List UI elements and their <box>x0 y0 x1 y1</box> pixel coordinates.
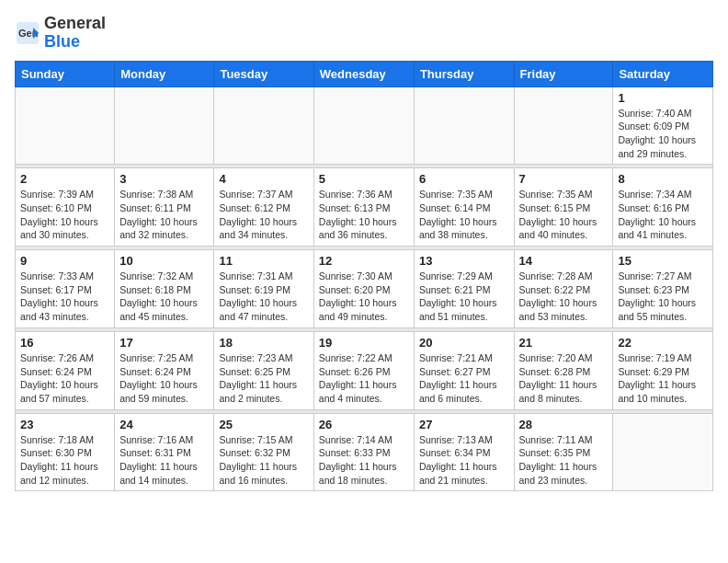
weekday-header-friday: Friday <box>514 61 613 86</box>
day-info: Sunrise: 7:19 AM Sunset: 6:29 PM Dayligh… <box>618 351 708 406</box>
week-row-2: 2Sunrise: 7:39 AM Sunset: 6:10 PM Daylig… <box>16 168 713 247</box>
calendar-cell: 18Sunrise: 7:23 AM Sunset: 6:25 PM Dayli… <box>214 331 313 409</box>
week-row-5: 23Sunrise: 7:18 AM Sunset: 6:30 PM Dayli… <box>16 413 713 491</box>
week-row-4: 16Sunrise: 7:26 AM Sunset: 6:24 PM Dayli… <box>16 331 713 409</box>
day-number: 19 <box>319 336 409 350</box>
day-number: 23 <box>20 418 109 431</box>
calendar-cell: 20Sunrise: 7:21 AM Sunset: 6:27 PM Dayli… <box>414 331 514 409</box>
calendar-cell: 24Sunrise: 7:16 AM Sunset: 6:31 PM Dayli… <box>115 413 214 491</box>
calendar-cell: 14Sunrise: 7:28 AM Sunset: 6:22 PM Dayli… <box>514 250 613 328</box>
logo: Gen General Blue <box>15 15 106 52</box>
day-number: 3 <box>119 172 209 186</box>
day-number: 22 <box>618 336 708 350</box>
day-number: 16 <box>20 336 109 350</box>
day-number: 13 <box>419 254 509 268</box>
calendar-cell <box>16 86 115 165</box>
calendar-cell <box>613 413 713 491</box>
calendar-cell: 11Sunrise: 7:31 AM Sunset: 6:19 PM Dayli… <box>214 250 313 328</box>
weekday-header-thursday: Thursday <box>414 61 514 86</box>
day-number: 21 <box>519 336 609 350</box>
calendar-cell: 13Sunrise: 7:29 AM Sunset: 6:21 PM Dayli… <box>414 250 514 328</box>
calendar-cell <box>514 86 613 165</box>
calendar-cell: 27Sunrise: 7:13 AM Sunset: 6:34 PM Dayli… <box>414 413 514 491</box>
calendar-cell: 4Sunrise: 7:37 AM Sunset: 6:12 PM Daylig… <box>214 168 313 247</box>
day-info: Sunrise: 7:29 AM Sunset: 6:21 PM Dayligh… <box>419 270 509 324</box>
day-info: Sunrise: 7:30 AM Sunset: 6:20 PM Dayligh… <box>319 270 409 324</box>
calendar-cell <box>313 86 414 165</box>
calendar-cell: 19Sunrise: 7:22 AM Sunset: 6:26 PM Dayli… <box>313 331 414 409</box>
week-row-3: 9Sunrise: 7:33 AM Sunset: 6:17 PM Daylig… <box>16 250 713 328</box>
weekday-header-sunday: Sunday <box>16 61 115 86</box>
calendar-cell: 16Sunrise: 7:26 AM Sunset: 6:24 PM Dayli… <box>16 331 115 409</box>
day-info: Sunrise: 7:35 AM Sunset: 6:14 PM Dayligh… <box>419 188 509 242</box>
day-number: 8 <box>618 172 708 186</box>
calendar-cell: 23Sunrise: 7:18 AM Sunset: 6:30 PM Dayli… <box>16 413 115 491</box>
day-number: 1 <box>618 91 708 105</box>
calendar-cell: 7Sunrise: 7:35 AM Sunset: 6:15 PM Daylig… <box>514 168 613 247</box>
day-info: Sunrise: 7:34 AM Sunset: 6:16 PM Dayligh… <box>618 188 708 242</box>
weekday-header-wednesday: Wednesday <box>313 61 414 86</box>
day-info: Sunrise: 7:28 AM Sunset: 6:22 PM Dayligh… <box>519 270 609 324</box>
weekday-header-monday: Monday <box>115 61 214 86</box>
day-number: 6 <box>419 172 509 186</box>
week-row-1: 1Sunrise: 7:40 AM Sunset: 6:09 PM Daylig… <box>16 86 713 165</box>
day-info: Sunrise: 7:33 AM Sunset: 6:17 PM Dayligh… <box>20 270 109 324</box>
day-number: 14 <box>519 254 609 268</box>
day-info: Sunrise: 7:26 AM Sunset: 6:24 PM Dayligh… <box>20 351 109 406</box>
day-number: 11 <box>219 254 308 268</box>
day-info: Sunrise: 7:22 AM Sunset: 6:26 PM Dayligh… <box>319 351 409 406</box>
day-info: Sunrise: 7:14 AM Sunset: 6:33 PM Dayligh… <box>319 433 409 488</box>
calendar-cell: 9Sunrise: 7:33 AM Sunset: 6:17 PM Daylig… <box>16 250 115 328</box>
day-number: 25 <box>219 418 308 431</box>
logo-icon: Gen <box>15 20 40 46</box>
day-info: Sunrise: 7:39 AM Sunset: 6:10 PM Dayligh… <box>20 188 109 242</box>
calendar-cell: 12Sunrise: 7:30 AM Sunset: 6:20 PM Dayli… <box>313 250 414 328</box>
day-number: 26 <box>319 418 409 431</box>
day-number: 27 <box>419 418 509 431</box>
day-number: 4 <box>219 172 308 186</box>
day-info: Sunrise: 7:16 AM Sunset: 6:31 PM Dayligh… <box>119 433 209 488</box>
day-number: 7 <box>519 172 609 186</box>
calendar-cell: 1Sunrise: 7:40 AM Sunset: 6:09 PM Daylig… <box>613 86 713 165</box>
day-info: Sunrise: 7:11 AM Sunset: 6:35 PM Dayligh… <box>519 433 609 488</box>
day-number: 18 <box>219 336 308 350</box>
day-info: Sunrise: 7:40 AM Sunset: 6:09 PM Dayligh… <box>618 107 708 161</box>
day-info: Sunrise: 7:38 AM Sunset: 6:11 PM Dayligh… <box>119 188 209 242</box>
day-info: Sunrise: 7:15 AM Sunset: 6:32 PM Dayligh… <box>219 433 308 488</box>
calendar-cell: 2Sunrise: 7:39 AM Sunset: 6:10 PM Daylig… <box>16 168 115 247</box>
calendar-cell: 8Sunrise: 7:34 AM Sunset: 6:16 PM Daylig… <box>613 168 713 247</box>
day-info: Sunrise: 7:27 AM Sunset: 6:23 PM Dayligh… <box>618 270 708 324</box>
day-info: Sunrise: 7:32 AM Sunset: 6:18 PM Dayligh… <box>119 270 209 324</box>
day-info: Sunrise: 7:21 AM Sunset: 6:27 PM Dayligh… <box>419 351 509 406</box>
day-number: 10 <box>119 254 209 268</box>
day-info: Sunrise: 7:35 AM Sunset: 6:15 PM Dayligh… <box>519 188 609 242</box>
calendar-cell: 3Sunrise: 7:38 AM Sunset: 6:11 PM Daylig… <box>115 168 214 247</box>
day-number: 2 <box>20 172 109 186</box>
calendar-cell: 28Sunrise: 7:11 AM Sunset: 6:35 PM Dayli… <box>514 413 613 491</box>
calendar-cell: 6Sunrise: 7:35 AM Sunset: 6:14 PM Daylig… <box>414 168 514 247</box>
calendar-cell: 22Sunrise: 7:19 AM Sunset: 6:29 PM Dayli… <box>613 331 713 409</box>
calendar-cell <box>115 86 214 165</box>
calendar-table: SundayMondayTuesdayWednesdayThursdayFrid… <box>15 61 713 492</box>
day-number: 9 <box>20 254 109 268</box>
calendar-cell <box>414 86 514 165</box>
day-info: Sunrise: 7:20 AM Sunset: 6:28 PM Dayligh… <box>519 351 609 406</box>
day-number: 28 <box>519 418 609 431</box>
day-number: 15 <box>618 254 708 268</box>
page-header: Gen General Blue <box>15 15 713 52</box>
calendar-cell: 25Sunrise: 7:15 AM Sunset: 6:32 PM Dayli… <box>214 413 313 491</box>
weekday-header-row: SundayMondayTuesdayWednesdayThursdayFrid… <box>16 61 713 86</box>
day-number: 20 <box>419 336 509 350</box>
calendar-cell <box>214 86 313 165</box>
day-info: Sunrise: 7:25 AM Sunset: 6:24 PM Dayligh… <box>119 351 209 406</box>
day-info: Sunrise: 7:37 AM Sunset: 6:12 PM Dayligh… <box>219 188 308 242</box>
day-number: 17 <box>119 336 209 350</box>
calendar-cell: 5Sunrise: 7:36 AM Sunset: 6:13 PM Daylig… <box>313 168 414 247</box>
weekday-header-tuesday: Tuesday <box>214 61 313 86</box>
day-number: 24 <box>119 418 209 431</box>
calendar-cell: 17Sunrise: 7:25 AM Sunset: 6:24 PM Dayli… <box>115 331 214 409</box>
calendar-cell: 21Sunrise: 7:20 AM Sunset: 6:28 PM Dayli… <box>514 331 613 409</box>
day-info: Sunrise: 7:31 AM Sunset: 6:19 PM Dayligh… <box>219 270 308 324</box>
calendar-cell: 15Sunrise: 7:27 AM Sunset: 6:23 PM Dayli… <box>613 250 713 328</box>
day-info: Sunrise: 7:18 AM Sunset: 6:30 PM Dayligh… <box>20 433 109 488</box>
